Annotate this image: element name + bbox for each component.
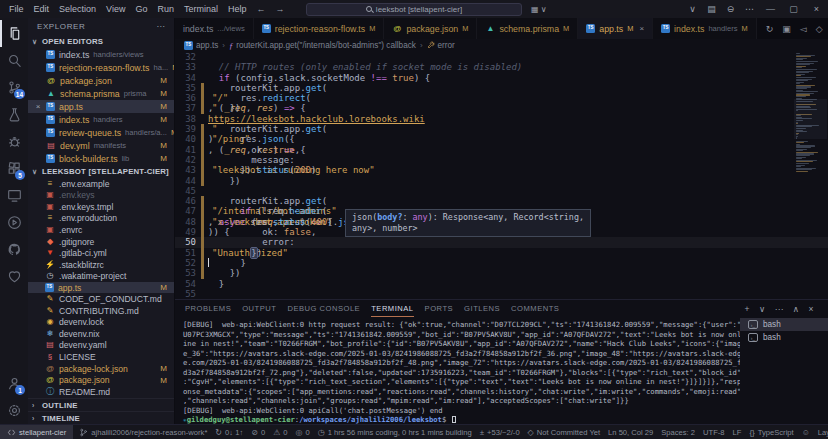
menu-go[interactable]: Go	[130, 4, 152, 14]
file-tree-item[interactable]: ▣.envrc	[28, 224, 174, 236]
status-cursor-position[interactable]: Ln 50, Col 29	[604, 425, 657, 439]
previous-change-icon[interactable]: ◅	[800, 24, 807, 34]
workspace-header[interactable]: ∨ LEEKSBOT [STELLAPENT-CIER]	[28, 165, 174, 178]
terminal-instance[interactable]: ›_bash	[740, 331, 828, 344]
status-git-branch[interactable]: ajhalili2006/rejection-reason-work*	[75, 425, 211, 439]
menu-run[interactable]: Run	[152, 4, 179, 14]
status-commit-status[interactable]: ◇Not Committed Yet	[524, 425, 604, 439]
open-editor-item[interactable]: ▤dev.ymlmanifestsM	[28, 139, 174, 152]
status-encoding[interactable]: UTF-8	[699, 425, 729, 439]
activity-settings-icon[interactable]	[0, 397, 28, 424]
file-tree-item[interactable]: ⓘREADME.md	[28, 386, 174, 398]
status-keyboard-layout[interactable]: Layout: us	[814, 425, 828, 439]
terminal-dropdown-icon[interactable]: ∨	[759, 304, 766, 314]
minimap-slider[interactable]	[794, 99, 827, 139]
close-editor-icon[interactable]: ×	[34, 102, 42, 111]
activity-remote-explorer-icon[interactable]	[0, 182, 28, 209]
status-feedback[interactable]: ☺	[798, 425, 814, 439]
status-remote-indicator[interactable]: stellapent-cier	[0, 425, 73, 439]
file-tree-item[interactable]: ◆.gitignore	[28, 236, 174, 248]
close-button[interactable]: ×	[805, 0, 828, 18]
open-editor-item[interactable]: ×TSapp.tsM	[28, 100, 174, 113]
status-git-changes[interactable]: ±+53/~2/-0	[476, 425, 524, 439]
customize-layout-icon[interactable]: ▤	[702, 0, 721, 18]
outline-section[interactable]: › OUTLINE	[28, 398, 174, 411]
activity-github-icon[interactable]	[0, 236, 28, 263]
file-tree-item[interactable]: TSapp.tsM	[28, 282, 174, 294]
activity-accounts-icon[interactable]: 1	[0, 370, 28, 397]
file-tree-item[interactable]: ▣.env.keys.tmpl	[28, 201, 174, 213]
file-tree-item[interactable]: ≡.env.example	[28, 178, 174, 190]
panel-tab-terminal[interactable]: TERMINAL	[371, 300, 413, 317]
open-editor-item[interactable]: TSrejection-reason-flow.tsha...M	[28, 61, 174, 74]
open-changes-icon[interactable]: ▣	[782, 24, 791, 34]
file-tree-item[interactable]: ◉devenv.lock	[28, 317, 174, 329]
menu-terminal[interactable]: Terminal	[179, 4, 223, 14]
activity-testing-icon[interactable]	[0, 101, 28, 128]
open-editor-item[interactable]: TSindex.tshandlersM	[28, 113, 174, 126]
file-tree-item[interactable]: @package-lock.jsonM	[28, 363, 174, 375]
compare-icon[interactable]: ◇	[816, 24, 823, 34]
file-tree-item[interactable]: ▣.env.keys	[28, 190, 174, 202]
status-indentation[interactable]: Spaces: 2	[657, 425, 699, 439]
panel-tab-ports[interactable]: PORTS	[425, 300, 454, 317]
file-tree-item[interactable]: @package.jsonM	[28, 374, 174, 386]
panel-tab-problems[interactable]: PROBLEMS	[185, 300, 231, 317]
panel-tab-gitlens[interactable]: GITLENS	[464, 300, 500, 317]
breadcrumb-item[interactable]: error	[427, 41, 455, 50]
status-problems-warnings[interactable]: ⚠0	[269, 425, 291, 439]
file-tree-item[interactable]: ▤devenv.yaml	[28, 340, 174, 352]
activity-source-control-icon[interactable]: 14	[0, 74, 28, 101]
editor-tab-index.ts[interactable]: TSindex.tshandlersM	[653, 18, 757, 39]
activity-live-share-icon[interactable]	[0, 209, 28, 236]
breadcrumb-item[interactable]: ƒrouterKit.app.get("/internals/bot-admin…	[229, 41, 416, 51]
file-tree-item[interactable]: ≡.env.production	[28, 213, 174, 225]
activity-debug-icon[interactable]	[0, 128, 28, 155]
timeline-section[interactable]: › TIMELINE	[28, 411, 174, 424]
open-editor-item[interactable]: ▲schema.prismaprismaM	[28, 87, 174, 100]
panel-tab-output[interactable]: OUTPUT	[242, 300, 276, 317]
maximize-panel-icon[interactable]: ∧	[793, 304, 800, 314]
activity-extensions-icon[interactable]: 5	[0, 155, 28, 182]
new-terminal-icon[interactable]: +	[745, 304, 750, 314]
profiles-icon[interactable]: ▦ ∨	[531, 5, 547, 14]
menu-help[interactable]: Help	[223, 4, 252, 14]
activity-search-icon[interactable]	[0, 47, 28, 74]
explorer-more-icon[interactable]: ⋯	[156, 22, 165, 31]
terminal-output[interactable]: [DEBUG] web-api:WebClient:0 http request…	[175, 317, 740, 424]
status-problems-errors[interactable]: ⊘0	[247, 425, 269, 439]
terminal-instance[interactable]: ›_bash	[740, 318, 828, 331]
activity-explorer-icon[interactable]	[0, 20, 28, 47]
more-actions-icon[interactable]: ⋯	[740, 0, 759, 18]
command-center-search[interactable]: leeksbot [stellapent-cier]	[306, 3, 522, 16]
file-tree-item[interactable]: ▼.gitlab-ci.yml	[28, 247, 174, 259]
editor-tab-app.ts[interactable]: TSapp.tsM×	[578, 18, 653, 39]
more-actions-icon[interactable]: ⋯	[775, 304, 784, 314]
file-tree-item[interactable]: §LICENSE	[28, 351, 174, 363]
editor-tab-schema.prisma[interactable]: ▲schema.prismaM	[477, 18, 578, 39]
minimap[interactable]	[796, 53, 823, 299]
editor-tab-package.json[interactable]: @package.jsonM	[384, 18, 477, 39]
menu-selection[interactable]: Selection	[54, 4, 101, 14]
status-eol[interactable]: LF	[729, 425, 746, 439]
menu-view[interactable]: View	[101, 4, 130, 14]
status-sync-status[interactable]: ↻0↓ 1↑	[211, 425, 247, 439]
close-tab-icon[interactable]: ×	[639, 24, 644, 33]
menu-edit[interactable]: Edit	[29, 4, 55, 14]
breadcrumb-item[interactable]: TSapp.ts	[184, 41, 218, 50]
nav-back-icon[interactable]: ←	[251, 0, 270, 18]
panel-tab-debug-console[interactable]: DEBUG CONSOLE	[287, 300, 360, 317]
code-editor[interactable]: 3233 // HTTP routes (only enabled if soc…	[175, 52, 828, 299]
activity-gitlens-icon[interactable]	[0, 263, 28, 290]
nav-forward-icon[interactable]: →	[270, 0, 289, 18]
file-tree-item[interactable]: ✎CODE_OF_CONDUCT.md	[28, 293, 174, 305]
status-wakatime-status[interactable]: ◷1 hrs 56 mins coding, 0 hrs 1 mins buil…	[314, 425, 476, 439]
open-editor-item[interactable]: TSblock-builder.tslibM	[28, 152, 174, 165]
file-tree-item[interactable]: ✎CONTRIBUTING.md	[28, 305, 174, 317]
status-language-mode[interactable]: {}TypeScript	[745, 425, 797, 439]
restore-button[interactable]: ▢	[782, 0, 805, 18]
file-tree-item[interactable]: ⚡.stackblitzrc	[28, 259, 174, 271]
status-ports-status[interactable]: ◎0	[292, 425, 314, 439]
close-panel-icon[interactable]: ×	[809, 304, 814, 314]
open-editor-item[interactable]: TSreview-queue.tshandlers/a...M	[28, 126, 174, 139]
